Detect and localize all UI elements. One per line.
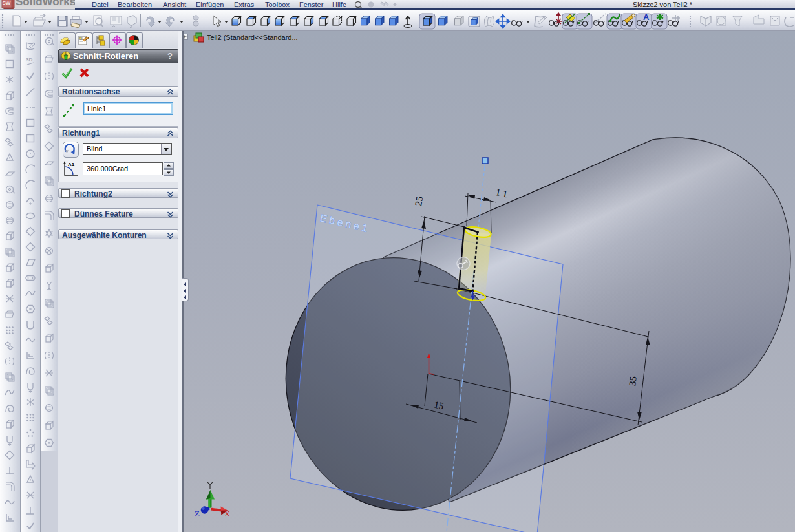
svg-text:X: X — [224, 509, 230, 518]
svg-text:25: 25 — [413, 195, 425, 207]
svg-text:A: A — [643, 12, 650, 22]
svg-text:SW: SW — [3, 0, 11, 6]
svg-text:11: 11 — [494, 187, 511, 200]
svg-text:Z: Z — [195, 509, 200, 518]
svg-text:A1: A1 — [68, 162, 75, 167]
svg-text:15: 15 — [433, 399, 445, 412]
svg-text:35: 35 — [627, 376, 638, 387]
